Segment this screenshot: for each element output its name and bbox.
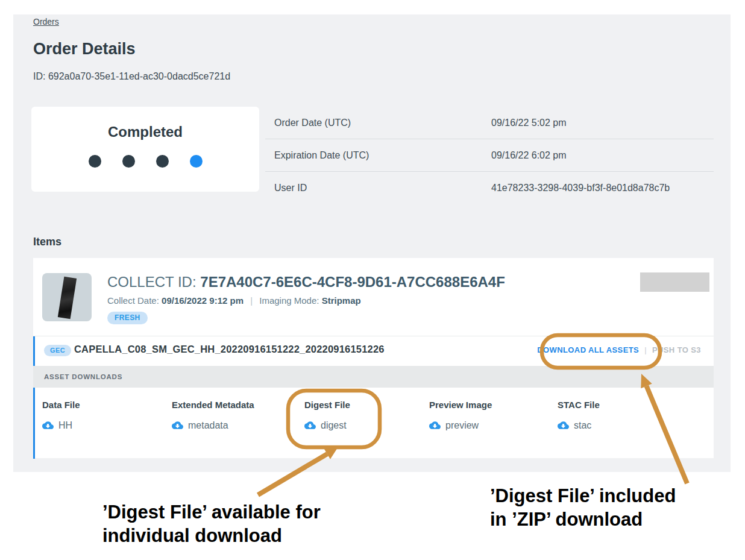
progress-dot-active — [190, 155, 203, 168]
push-to-s3-link[interactable]: PUSH TO S3 — [652, 345, 701, 354]
product-row: GEC CAPELLA_C08_SM_GEC_HH_20220916151222… — [33, 336, 714, 366]
progress-dot — [122, 155, 135, 168]
product-section: GEC CAPELLA_C08_SM_GEC_HH_20220916151222… — [33, 336, 714, 458]
status-card: Completed — [31, 107, 259, 192]
asset-column-data-file: Data File HH — [42, 388, 80, 431]
progress-dot — [156, 155, 169, 168]
progress-dot — [89, 155, 101, 168]
annotation-note-right: ’Digest File’ included in ’ZIP’ download — [490, 485, 676, 532]
cloud-download-icon — [42, 420, 54, 431]
info-value: 09/16/22 6:02 pm — [491, 150, 714, 161]
collect-date-value: 09/16/2022 9:12 pm — [162, 295, 244, 306]
asset-link-label: preview — [445, 420, 479, 431]
breadcrumb-orders-link[interactable]: Orders — [33, 17, 59, 27]
asset-column-digest-file: Digest File digest — [304, 388, 350, 431]
asset-link-label: digest — [321, 420, 347, 431]
collect-date-label: Collect Date: — [107, 295, 159, 306]
annotation-note-left: ’Digest File’ available for individual d… — [102, 501, 321, 548]
info-value: 41e78233-3298-4039-bf3f-8e01d8a78c7b — [491, 183, 714, 193]
info-label: Order Date (UTC) — [265, 118, 491, 128]
annotation-note-line: individual download — [102, 524, 321, 548]
imaging-mode-label: Imaging Mode: — [259, 295, 319, 306]
product-type-badge: GEC — [44, 345, 71, 356]
download-all-assets-link[interactable]: DOWNLOAD ALL ASSETS — [537, 345, 639, 354]
asset-column-preview-image: Preview Image preview — [429, 388, 492, 431]
item-meta-line: Collect Date: 09/16/2022 9:12 pm | Imagi… — [107, 295, 361, 306]
items-heading: Items — [33, 236, 61, 248]
asset-column-header: Extended Metadata — [172, 400, 254, 410]
collect-id-label: COLLECT ID: — [107, 274, 196, 290]
asset-link-label: HH — [58, 420, 72, 431]
action-separator: | — [644, 345, 647, 354]
item-card: COLLECT ID: 7E7A40C7-6E6C-4CF8-9D61-A7CC… — [33, 258, 714, 458]
info-value: 09/16/22 5:02 pm — [491, 118, 714, 128]
asset-download-link[interactable]: preview — [429, 420, 492, 431]
order-info-table: Order Date (UTC) 09/16/22 5:02 pm Expira… — [265, 107, 714, 204]
fresh-badge: FRESH — [107, 312, 148, 324]
cloud-download-icon — [172, 420, 183, 431]
asset-column-header: Preview Image — [429, 400, 492, 410]
asset-column-header: Data File — [42, 400, 80, 410]
item-thumbnail — [42, 273, 92, 321]
cloud-download-icon — [304, 420, 316, 431]
meta-separator: | — [246, 295, 257, 306]
order-id: ID: 692a0a70-35e1-11ed-ac30-0dacd5ce721d — [33, 71, 230, 82]
asset-download-link[interactable]: metadata — [172, 420, 254, 431]
asset-link-label: stac — [574, 420, 591, 431]
info-row: User ID 41e78233-3298-4039-bf3f-8e01d8a7… — [265, 172, 714, 204]
asset-link-label: metadata — [188, 420, 228, 431]
progress-dots — [31, 155, 259, 168]
imaging-mode-value: Stripmap — [322, 295, 361, 306]
collect-id-value: 7E7A40C7-6E6C-4CF8-9D61-A7CC688E6A4F — [200, 274, 505, 290]
assets-area: Data File HH Extended Metadata metadata … — [33, 388, 714, 459]
collect-id-line: COLLECT ID: 7E7A40C7-6E6C-4CF8-9D61-A7CC… — [107, 274, 505, 291]
sar-strip-image — [58, 277, 77, 319]
annotation-note-line: ’Digest File’ included — [490, 485, 676, 508]
asset-column-extended-metadata: Extended Metadata metadata — [172, 388, 254, 431]
redacted-box — [640, 272, 709, 292]
asset-downloads-header: ASSET DOWNLOADS — [33, 366, 714, 388]
product-name: CAPELLA_C08_SM_GEC_HH_20220916151222_202… — [74, 344, 385, 355]
asset-column-header: STAC File — [558, 400, 600, 410]
page-title: Order Details — [33, 40, 136, 58]
info-row: Expiration Date (UTC) 09/16/22 6:02 pm — [265, 139, 714, 172]
status-label: Completed — [31, 124, 259, 140]
cloud-download-icon — [558, 420, 569, 431]
order-details-page: Orders Order Details ID: 692a0a70-35e1-1… — [0, 0, 745, 560]
cloud-download-icon — [429, 420, 441, 431]
product-actions: DOWNLOAD ALL ASSETS | PUSH TO S3 — [537, 345, 701, 354]
asset-column-stac-file: STAC File stac — [558, 388, 600, 431]
info-row: Order Date (UTC) 09/16/22 5:02 pm — [265, 107, 714, 139]
info-label: Expiration Date (UTC) — [265, 150, 491, 161]
asset-download-link[interactable]: HH — [42, 420, 80, 431]
asset-download-link[interactable]: stac — [558, 420, 600, 431]
asset-column-header: Digest File — [304, 400, 350, 410]
annotation-note-line: in ’ZIP’ download — [490, 508, 676, 532]
info-label: User ID — [265, 183, 491, 193]
asset-download-link[interactable]: digest — [304, 420, 350, 431]
annotation-note-line: ’Digest File’ available for — [102, 501, 321, 524]
